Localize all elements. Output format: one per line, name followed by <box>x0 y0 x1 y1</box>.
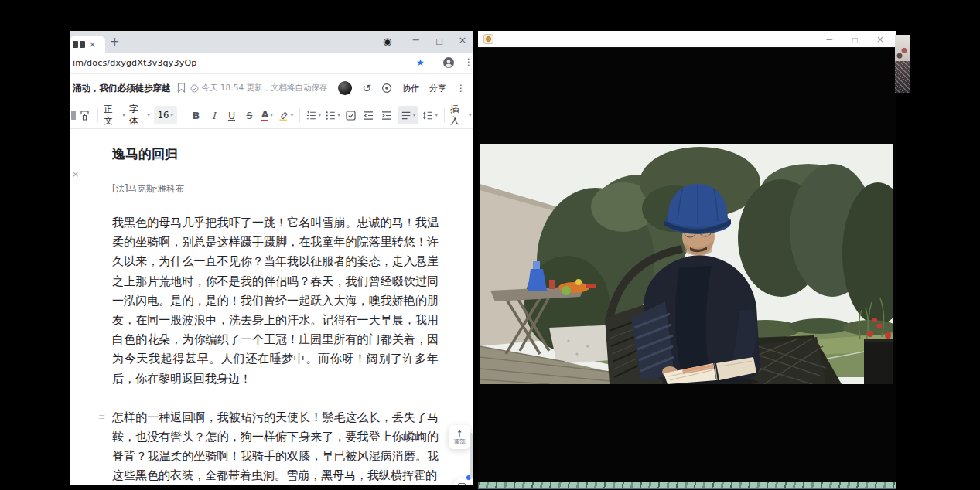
url-text[interactable]: im/docs/dxygdXt3v3qy3yQp <box>73 58 196 68</box>
doc-menu-icon[interactable]: ⋮ <box>456 83 466 94</box>
underline-button[interactable]: U <box>224 106 238 124</box>
paragraph-drag-handle[interactable]: ≡ <box>98 413 105 421</box>
close-window-button[interactable]: × <box>455 32 470 48</box>
tab-title-glyph <box>80 41 85 48</box>
close-window-button[interactable]: × <box>872 32 888 47</box>
paragraph-style-dropdown[interactable]: 正文 ▾ <box>104 106 125 124</box>
toolbar-divider <box>444 108 445 122</box>
chevron-down-icon: ▾ <box>148 112 151 118</box>
new-tab-button[interactable]: + <box>110 34 120 49</box>
collaborate-button[interactable]: 协作 <box>402 83 419 94</box>
chevron-down-icon: ▾ <box>270 112 273 118</box>
person-icon <box>442 56 455 69</box>
checkbox-icon <box>345 110 357 121</box>
outdent-icon <box>363 110 374 121</box>
webcam-thumbnail[interactable] <box>895 35 910 93</box>
align-left-icon <box>401 110 411 121</box>
bottom-strip <box>478 488 896 489</box>
format-toolbar: 正文 ▾ 字体 ▾ 16 ▾ B I U S A ▾ <box>70 102 473 129</box>
outdent-button[interactable] <box>362 106 376 124</box>
outline-close-icon[interactable]: × <box>72 169 79 179</box>
bookmark-glyph <box>177 83 186 93</box>
scrollbar-thumb[interactable] <box>470 433 473 479</box>
toolbar-divider <box>97 108 98 122</box>
profile-icon[interactable] <box>442 56 455 69</box>
save-status: 今天 18:54 更新，文档将自动保存 <box>190 83 328 94</box>
strikethrough-button[interactable]: S <box>242 106 256 124</box>
subtitle-strip <box>478 482 896 488</box>
font-size-dropdown[interactable]: 16 ▾ <box>154 106 176 124</box>
minimize-window-button[interactable]: − <box>408 32 424 48</box>
address-bar: im/docs/dxygdXt3v3qy3yQp ★ ⋮ <box>70 53 473 74</box>
browser-window: × + ◉ − □ × im/docs/dxygdXt3v3qy3yQp ★ ⋮… <box>70 31 473 485</box>
back-to-top-button[interactable]: ↑ 顶部 <box>449 425 470 449</box>
bold-button[interactable]: B <box>189 106 203 124</box>
page-title: 逸马的回归 <box>112 145 439 163</box>
checklist-button[interactable] <box>344 106 358 124</box>
poem-paragraph-2[interactable]: 怎样的一种返回啊，我被玷污的天使长！鬃毛这么长，丢失了马鞍，也没有辔头？怎的，狗… <box>112 408 439 485</box>
line-spacing-icon <box>422 110 433 121</box>
text-color-button[interactable]: A ▾ <box>260 106 274 124</box>
format-painter-button[interactable] <box>77 106 91 124</box>
bullet-list-button[interactable]: ▾ <box>325 106 340 124</box>
font-label: 字体 <box>129 104 146 127</box>
toolbar-divider <box>183 108 183 122</box>
font-dropdown[interactable]: 字体 ▾ <box>129 106 150 124</box>
chevron-down-icon: ▾ <box>469 112 472 118</box>
chevron-down-icon: ▾ <box>170 112 173 118</box>
record-glyph <box>381 83 392 94</box>
bookmark-star-icon[interactable]: ★ <box>416 57 425 68</box>
maximize-window-button[interactable]: □ <box>432 34 447 49</box>
indent-button[interactable] <box>380 106 394 124</box>
chevron-down-icon: ▾ <box>337 112 340 118</box>
numbered-list-icon <box>306 110 316 121</box>
font-size-value: 16 <box>158 110 169 121</box>
app-icon <box>483 34 493 44</box>
avatar[interactable] <box>338 81 352 95</box>
chevron-down-icon: ▾ <box>318 112 321 118</box>
numbered-list-button[interactable]: ▾ <box>306 106 321 124</box>
author-line: [法]马克斯·雅科布 <box>112 183 439 195</box>
paragraph-style-label: 正文 <box>104 104 121 127</box>
video-frame-garden-scene <box>480 144 893 384</box>
save-status-text: 今天 18:54 更新，文档将自动保存 <box>202 83 328 94</box>
minimize-window-button[interactable]: − <box>821 32 837 47</box>
tab-strip: × + ◉ − □ × <box>70 31 473 53</box>
poem-paragraph-1[interactable]: 我黑色的母马几乎把我吓了一跳！它名叫雪崩。忠诚的马！我温柔的坐骑啊，别总是这样蹑… <box>112 213 439 389</box>
video-player-window: − □ × <box>478 31 896 488</box>
webcam-thumbnail-top <box>895 35 910 61</box>
toolbar-divider <box>299 108 300 122</box>
share-button[interactable]: 分享 <box>429 83 446 94</box>
bullet-list-icon <box>325 110 336 121</box>
document-title-fragment[interactable]: 涌动，我们必须徒步穿越 <box>73 83 171 94</box>
webcam-thumbnail-bottom <box>895 61 910 93</box>
line-spacing-dropdown[interactable]: ▾ <box>422 106 438 124</box>
indent-icon <box>381 110 392 121</box>
document-header: 涌动，我们必须徒步穿越 今天 18:54 更新，文档将自动保存 ↺ <box>70 74 473 102</box>
highlighter-icon <box>278 110 289 121</box>
chevron-down-icon: ▾ <box>413 112 416 118</box>
document-body[interactable]: × 逸马的回归 [法]马克斯·雅科布 我黑色的母马几乎把我吓了一跳！它名叫雪崩。… <box>70 129 473 485</box>
history-icon[interactable]: ↺ <box>362 83 371 94</box>
insert-label: 插入 <box>450 104 467 127</box>
browser-tab[interactable]: × <box>70 36 105 53</box>
media-indicator-icon: ◉ <box>383 35 391 49</box>
close-tab-icon[interactable]: × <box>89 40 96 49</box>
toolbar-partial-icon <box>71 111 76 120</box>
desktop: × + ◉ − □ × im/docs/dxygdXt3v3qy3yQp ★ ⋮… <box>0 0 980 490</box>
format-painter-icon <box>79 110 90 121</box>
video-window-titlebar: − □ × <box>478 31 896 48</box>
video-content-area[interactable] <box>478 48 896 488</box>
red-cup <box>549 280 555 289</box>
browser-menu-icon[interactable]: ⋮ <box>464 56 473 67</box>
record-icon[interactable] <box>381 83 392 94</box>
maximize-window-button[interactable]: □ <box>847 32 862 48</box>
bookmark-icon[interactable] <box>177 81 186 96</box>
tab-title-glyph <box>73 41 78 48</box>
insert-dropdown[interactable]: 插入 ▾ <box>450 106 471 124</box>
app-icon-dot <box>486 36 491 42</box>
highlight-button[interactable]: ▾ <box>278 106 293 124</box>
align-dropdown[interactable]: ▾ <box>398 106 419 124</box>
help-icon: ? <box>458 483 466 485</box>
italic-button[interactable]: I <box>207 106 220 124</box>
